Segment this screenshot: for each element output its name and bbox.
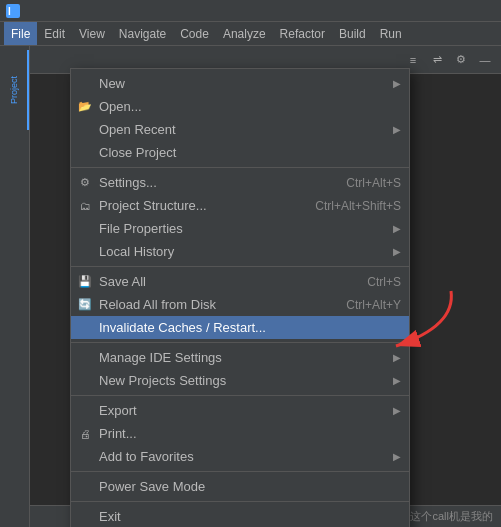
toolbar-settings-btn[interactable]: ⚙ (451, 50, 471, 70)
settings-icon: ⚙ (77, 175, 93, 191)
menu-view[interactable]: View (72, 22, 112, 45)
menu-section-4: Manage IDE Settings ▶ New Projects Setti… (71, 343, 409, 396)
menu-edit[interactable]: Edit (37, 22, 72, 45)
project-structure-icon: 🗂 (77, 198, 93, 214)
title-bar: I (0, 0, 501, 22)
menu-section-6: Power Save Mode (71, 472, 409, 502)
menu-file[interactable]: File (4, 22, 37, 45)
menu-close-project[interactable]: Close Project (71, 141, 409, 164)
menu-analyze[interactable]: Analyze (216, 22, 273, 45)
menu-navigate[interactable]: Navigate (112, 22, 173, 45)
menu-section-5: Export ▶ 🖨 Print... Add to Favorites ▶ (71, 396, 409, 472)
menu-power-save[interactable]: Power Save Mode (71, 475, 409, 498)
menu-add-favorites[interactable]: Add to Favorites ▶ (71, 445, 409, 468)
svg-text:I: I (8, 6, 11, 17)
menu-reload-disk[interactable]: 🔄 Reload All from Disk Ctrl+Alt+Y (71, 293, 409, 316)
app-icon: I (6, 4, 20, 18)
reload-icon: 🔄 (77, 297, 93, 313)
menu-export[interactable]: Export ▶ (71, 399, 409, 422)
open-icon: 📂 (77, 99, 93, 115)
sidebar: Project (0, 46, 30, 527)
menu-section-1: New ▶ 📂 Open... Open Recent ▶ Close Proj… (71, 69, 409, 168)
menu-bar: File Edit View Navigate Code Analyze Ref… (0, 22, 501, 46)
menu-new[interactable]: New ▶ (71, 72, 409, 95)
menu-exit[interactable]: Exit (71, 505, 409, 527)
toolbar-sync-btn[interactable]: ⇌ (427, 50, 447, 70)
toolbar-layout-btn[interactable]: ≡ (403, 50, 423, 70)
menu-settings[interactable]: ⚙ Settings... Ctrl+Alt+S (71, 171, 409, 194)
sidebar-tab-project[interactable]: Project (1, 50, 29, 130)
menu-run[interactable]: Run (373, 22, 409, 45)
menu-project-structure[interactable]: 🗂 Project Structure... Ctrl+Alt+Shift+S (71, 194, 409, 217)
menu-local-history[interactable]: Local History ▶ (71, 240, 409, 263)
menu-open[interactable]: 📂 Open... (71, 95, 409, 118)
menu-new-projects-settings[interactable]: New Projects Settings ▶ (71, 369, 409, 392)
menu-manage-ide[interactable]: Manage IDE Settings ▶ (71, 346, 409, 369)
menu-code[interactable]: Code (173, 22, 216, 45)
menu-refactor[interactable]: Refactor (273, 22, 332, 45)
menu-section-3: 💾 Save All Ctrl+S 🔄 Reload All from Disk… (71, 267, 409, 343)
toolbar-minimize-btn[interactable]: — (475, 50, 495, 70)
file-dropdown-menu: New ▶ 📂 Open... Open Recent ▶ Close Proj… (70, 68, 410, 527)
menu-file-properties[interactable]: File Properties ▶ (71, 217, 409, 240)
menu-invalidate-caches[interactable]: Invalidate Caches / Restart... (71, 316, 409, 339)
menu-open-recent[interactable]: Open Recent ▶ (71, 118, 409, 141)
menu-save-all[interactable]: 💾 Save All Ctrl+S (71, 270, 409, 293)
menu-section-7: Exit (71, 502, 409, 527)
menu-build[interactable]: Build (332, 22, 373, 45)
menu-print[interactable]: 🖨 Print... (71, 422, 409, 445)
print-icon: 🖨 (77, 426, 93, 442)
menu-section-2: ⚙ Settings... Ctrl+Alt+S 🗂 Project Struc… (71, 168, 409, 267)
editor-area: ≡ ⇌ ⚙ — New ▶ 📂 Open... Open Recent ▶ (30, 46, 501, 527)
save-icon: 💾 (77, 274, 93, 290)
main-area: Project ≡ ⇌ ⚙ — New ▶ 📂 Open... (0, 46, 501, 527)
